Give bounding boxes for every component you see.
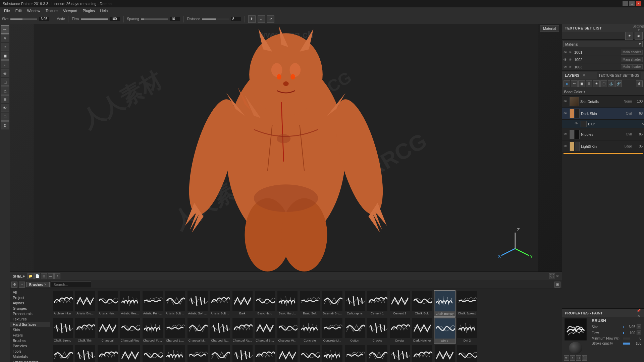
geometry-mask[interactable]: △ (1, 86, 9, 95)
fill-tool[interactable]: ▣ (1, 52, 9, 60)
brush-item-artistic-bru...[interactable]: Artistic Bru... (74, 290, 96, 317)
brush-item-dirt-1[interactable]: Dirt 1 (434, 317, 455, 344)
spacing-value[interactable]: 10 (170, 17, 180, 21)
mirror-button[interactable]: ⬦ (258, 15, 265, 23)
distance-slider[interactable] (202, 18, 229, 20)
blur-close[interactable]: ✕ (641, 122, 644, 126)
tsl-row-1001[interactable]: 👁 ◉ 1001 Main shader (562, 49, 644, 56)
drag-tool[interactable]: ↕ (1, 60, 9, 68)
cat-tools[interactable]: Tools (10, 349, 50, 354)
brush-item-fibers-dense[interactable]: Fibers Dense (344, 345, 366, 362)
stroke-opacity-prop-slider[interactable] (623, 343, 630, 345)
brush-item-fibers-interi...[interactable]: Fibers Interi... (389, 345, 411, 362)
brush-item-felt-tip-large[interactable]: Felt Tip Large (321, 345, 343, 362)
brush-item-artistic-hea...[interactable]: Artistic Hea... (119, 290, 141, 317)
tsl-settings-btn[interactable]: Settings ▾ (636, 25, 641, 31)
transform-tool[interactable]: ⊗ (1, 121, 9, 129)
size-prop-slider[interactable] (623, 326, 624, 328)
brush-item-fibers-jagged[interactable]: Fibers Jagged (411, 345, 433, 362)
tsl-shader-1001[interactable]: Main shader (621, 50, 643, 55)
brush-item-fibers-feather[interactable]: Fibers Feather (366, 345, 388, 362)
clone-tool[interactable]: ⊕ (1, 43, 9, 51)
cat-textures[interactable]: Textures (10, 316, 50, 322)
layer-nipples[interactable]: 👁 Nipples Ovrl 85 (562, 128, 644, 140)
viewport-mode-selector[interactable]: Material (540, 25, 559, 32)
flow-value[interactable]: 100 (110, 17, 120, 21)
brush-item-felt-tip-wat...[interactable]: Felt Tip Wat... (299, 345, 321, 362)
shelf-search-input[interactable] (51, 281, 91, 288)
brush-item-dirt-3[interactable]: Dirt 3 (52, 345, 73, 362)
shelf-icon4[interactable]: — (48, 273, 54, 279)
brush-item-charcoal-st...[interactable]: Charcoal St... (254, 317, 276, 344)
flow-slider[interactable] (81, 18, 108, 20)
layer-group-btn[interactable]: ⊞ (586, 80, 592, 87)
shelf-expand-btn[interactable]: ⛶ (549, 273, 555, 279)
menu-texture[interactable]: Texture (43, 7, 60, 14)
layer-blur[interactable]: 👁 Blur ✕ (562, 120, 644, 128)
props-tool-paint[interactable]: ✏ (564, 355, 569, 361)
menu-file[interactable]: File (1, 7, 13, 14)
props-tool-cube[interactable]: ⬛ (582, 355, 587, 361)
brush-item-charcoal[interactable]: Charcoal (97, 317, 118, 344)
brush-item-basic-hard[interactable]: Basic Hard (254, 290, 276, 317)
brush-item-dirt-spots[interactable]: Dirt Spots (119, 345, 141, 362)
cat-particles[interactable]: Particles (10, 343, 50, 349)
tsl-eye-solo[interactable]: ◉ (635, 32, 643, 40)
brush-item-chalk-thin[interactable]: Chalk Thin (74, 317, 96, 344)
brush-item-felt-tip-small[interactable]: Felt Tip Small (276, 345, 298, 362)
brush-item-basic-hard...[interactable]: Basic Hard... (276, 290, 298, 317)
brush-item-dirt-2[interactable]: Dirt 2 (456, 317, 478, 344)
brush-item-dry-mud[interactable]: Dry Mud (209, 345, 231, 362)
selection-tool[interactable]: ⬚ (1, 78, 9, 86)
shelf-filter-btn[interactable]: ⚙ (11, 282, 17, 288)
layer-skin-details[interactable]: 👁 SkinDetails Norm 100 (562, 96, 644, 108)
cat-grunges[interactable]: Grunges (10, 306, 50, 311)
base-color-dropdown[interactable]: ▾ (584, 90, 585, 94)
layer-light-skin[interactable]: 👁 LightSKin Ldge 35 (562, 140, 644, 153)
brush-item-fibers-moss[interactable]: Fibers Moss (456, 345, 478, 362)
cat-alphas[interactable]: Alphas (10, 300, 50, 306)
brush-item-chalk-strong[interactable]: Chalk Strong (52, 317, 73, 344)
layer-eye-nipples[interactable]: 👁 (564, 132, 568, 137)
brush-item-dirt-spots-...[interactable]: Dirt Spots ... (142, 345, 163, 362)
brush-item-dirt-splash[interactable]: Dirt Splash (97, 345, 118, 362)
cat-brushes[interactable]: Brushes (10, 338, 50, 343)
layer-base-color-btn[interactable]: B (564, 80, 570, 87)
brush-item-artistic-soft-...[interactable]: Artistic Soft ... (209, 290, 231, 317)
menu-edit[interactable]: Edit (13, 7, 24, 14)
brush-item-artistic-soft-...[interactable]: Artistic Soft ... (164, 290, 186, 317)
brushes-tab[interactable]: Brushes ✕ (26, 282, 50, 287)
brush-item-archive-inker[interactable]: Archive Inker (52, 290, 73, 317)
shelf-icon5[interactable]: ↑ (54, 273, 60, 279)
layer-add-paint-btn[interactable]: ✏ (571, 80, 578, 87)
layer-mask-btn[interactable]: ⬚ (600, 80, 607, 87)
brush-item-dust[interactable]: Dust (231, 345, 253, 362)
snap-button[interactable]: ⬆ (248, 15, 256, 23)
blur-tool[interactable]: ◎ (1, 69, 9, 77)
layer-effect-btn[interactable]: ★ (593, 80, 600, 87)
brush-item-charcoal-ra...[interactable]: Charcoal Ra... (231, 317, 253, 344)
viewport[interactable]: www.rrcg.ch 人人素材 RRCG 人人素材 RRCG (10, 24, 562, 272)
flow-prop-slider[interactable] (623, 332, 624, 334)
shelf-close-btn[interactable]: ✕ (556, 274, 559, 279)
picker-tool[interactable]: ⊞ (1, 95, 9, 103)
texture-set-settings-btn[interactable]: TEXTURE SET SETTINGS (597, 72, 642, 79)
props-tool-sphere[interactable]: ○ (570, 355, 575, 361)
paint-tool[interactable]: ✏ (1, 25, 9, 34)
size-slider[interactable] (10, 18, 37, 20)
brush-item-fibers-line[interactable]: Fibers Line (434, 345, 455, 362)
menu-window[interactable]: Window (24, 7, 43, 14)
brush-item-charcoal-fine[interactable]: Charcoal Fine (119, 317, 141, 344)
brush-item-bark[interactable]: Bark (231, 290, 253, 317)
align-button[interactable]: ↗ (267, 15, 274, 23)
layer-delete-btn[interactable]: 🗑 (636, 80, 643, 87)
layer-anchor-btn[interactable]: ⚓ (608, 80, 614, 87)
spacing-slider[interactable] (141, 18, 168, 20)
cat-hard-surfaces[interactable]: Hard Surfaces (10, 322, 50, 327)
brush-item-cement-2[interactable]: Cement 2 (389, 290, 411, 317)
brushes-tab-close[interactable]: ✕ (44, 283, 47, 286)
tsl-row-1002[interactable]: 👁 ◉ 1002 Main shader (562, 56, 644, 63)
view-tool[interactable]: 👁 (1, 104, 9, 112)
shelf-new-folder-btn[interactable]: 📁 (28, 273, 34, 279)
cat-filters[interactable]: Filters (10, 333, 50, 338)
